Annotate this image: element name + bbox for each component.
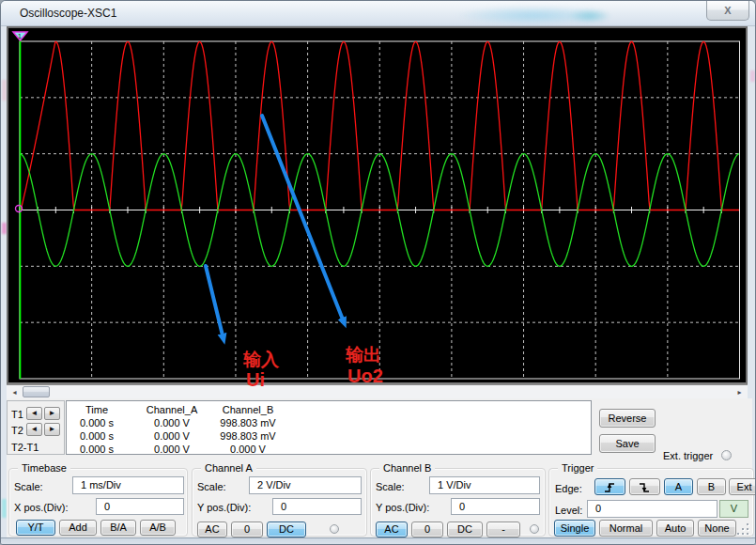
- readout-table: Time Channel_A Channel_B 0.000 s 0.000 V…: [66, 400, 592, 455]
- timebase-xpos-label: X pos.(Div):: [14, 502, 68, 513]
- group-trigger: Trigger Edge: A B Ext Level: 0 V Single: [548, 468, 754, 537]
- channel-b-scale-field[interactable]: 1 V/Div: [429, 476, 540, 494]
- channel-a-dc-button[interactable]: DC: [267, 522, 306, 537]
- channel-a-0-button[interactable]: 0: [231, 522, 263, 537]
- channel-a-ac-button[interactable]: AC: [197, 522, 227, 537]
- scope-graticule: 1: [8, 28, 746, 382]
- channel-b-ac-button[interactable]: AC: [376, 522, 408, 537]
- channel-b-minus-button[interactable]: -: [486, 522, 520, 537]
- close-icon: X: [724, 5, 731, 16]
- control-panel: T1 ◄ ► T2 ◄ ► T2-T1 Time Channel_A Chann…: [7, 398, 752, 537]
- trigger-channel-a-button[interactable]: A: [664, 478, 693, 495]
- channel-b-title: Channel B: [379, 462, 435, 474]
- channel-a-ypos-label: Y pos.(Div):: [197, 502, 251, 513]
- timebase-xpos-field[interactable]: 0: [96, 498, 184, 515]
- timebase-yt-button[interactable]: Y/T: [16, 520, 55, 536]
- arrow-left-icon: ◄: [31, 425, 39, 433]
- save-button[interactable]: Save: [599, 434, 656, 453]
- ext-trigger-led: [721, 450, 732, 460]
- timebase-ba-button[interactable]: B/A: [100, 520, 136, 536]
- t1-label: T1: [11, 409, 23, 420]
- rising-edge-icon: [603, 480, 618, 495]
- trigger-level-unit-select[interactable]: V: [719, 500, 748, 518]
- group-channel-a: Channel A Scale: 2 V/Div Y pos.(Div): 0 …: [192, 468, 367, 537]
- trigger-falling-edge-button[interactable]: [629, 478, 660, 495]
- timebase-scale-field[interactable]: 1 ms/Div: [72, 476, 184, 494]
- channel-a-led: [330, 524, 339, 534]
- scroll-left-icon: ◂: [12, 388, 16, 397]
- t2-channel-b: 998.803 mV: [201, 430, 295, 442]
- trigger-single-button[interactable]: Single: [554, 520, 595, 537]
- channel-b-0-button[interactable]: 0: [411, 522, 443, 537]
- channel-a-title: Channel A: [201, 462, 256, 474]
- timebase-ab-button[interactable]: A/B: [140, 520, 176, 536]
- glass-smudge: [750, 70, 755, 82]
- cursor-1-label: 1: [18, 33, 22, 39]
- trigger-auto-button[interactable]: Auto: [656, 520, 694, 537]
- aero-glass-reflection: [457, 6, 608, 25]
- horizontal-scrollbar[interactable]: ◂ ▸: [7, 384, 748, 398]
- scope-display: 1: [7, 26, 748, 384]
- channel-a-ypos-field[interactable]: 0: [272, 498, 362, 515]
- close-button[interactable]: X: [706, 1, 749, 21]
- col-header-channel-b: Channel_B: [201, 404, 295, 415]
- trigger-channel-b-button[interactable]: B: [697, 478, 726, 495]
- channel-a-scale-label: Scale:: [197, 481, 226, 492]
- trigger-level-label: Level:: [555, 505, 582, 516]
- trigger-edge-label: Edge:: [555, 483, 582, 494]
- timebase-title: Timebase: [18, 462, 70, 474]
- channel-b-scale-label: Scale:: [376, 481, 405, 492]
- group-channel-b: Channel B Scale: 1 V/Div Y pos.(Div): 0 …: [370, 468, 546, 537]
- trigger-none-button[interactable]: None: [698, 520, 736, 537]
- falling-edge-icon: [638, 480, 653, 495]
- scroll-right-button[interactable]: ▸: [733, 386, 747, 398]
- t2-t1-label: T2-T1: [11, 442, 39, 453]
- channel-b-led: [530, 524, 539, 534]
- timebase-add-button[interactable]: Add: [59, 520, 97, 536]
- trigger-ext-button[interactable]: Ext: [729, 478, 756, 495]
- scroll-left-button[interactable]: ◂: [8, 386, 22, 398]
- scroll-thumb[interactable]: [23, 386, 50, 397]
- trigger-level-field[interactable]: 0: [587, 500, 717, 518]
- reverse-button[interactable]: Reverse: [599, 409, 656, 428]
- trigger-title: Trigger: [558, 462, 597, 474]
- timebase-scale-label: Scale:: [14, 481, 43, 492]
- arrow-left-icon: ◄: [31, 409, 39, 417]
- oscilloscope-window: Oscilloscope-XSC1 X 1 输入 Ui 输出 Uo2: [0, 0, 756, 545]
- ext-trigger-label: Ext. trigger: [663, 450, 713, 461]
- channel-a-scale-field[interactable]: 2 V/Div: [249, 476, 362, 494]
- title-bar[interactable]: Oscilloscope-XSC1 X: [1, 1, 755, 26]
- t2-label: T2: [11, 425, 23, 436]
- t1-left-button[interactable]: ◄: [26, 407, 42, 420]
- window-title: Oscilloscope-XSC1: [20, 7, 116, 20]
- group-timebase: Timebase Scale: 1 ms/Div X pos.(Div): 0 …: [8, 468, 188, 537]
- window-bottom-frame: [1, 537, 755, 545]
- dt-channel-b: 0.000 V: [201, 444, 295, 455]
- scroll-right-icon: ▸: [737, 388, 741, 397]
- resize-grip[interactable]: [736, 522, 749, 536]
- trigger-normal-button[interactable]: Normal: [599, 520, 653, 537]
- aero-glass-reflection: [568, 8, 611, 23]
- channel-b-ypos-label: Y pos.(Div):: [376, 502, 429, 513]
- trigger-rising-edge-button[interactable]: [594, 478, 625, 495]
- channel-b-dc-button[interactable]: DC: [447, 522, 483, 537]
- t1-channel-b: 998.803 mV: [201, 417, 295, 428]
- t2-left-button[interactable]: ◄: [26, 423, 42, 436]
- channel-b-ypos-field[interactable]: 0: [451, 498, 540, 515]
